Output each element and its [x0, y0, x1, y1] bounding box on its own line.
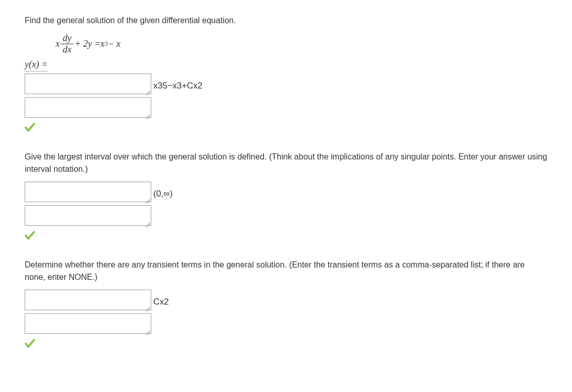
question-2-answer-group: (0,∞) [25, 182, 547, 226]
resize-handle-icon[interactable] [143, 194, 150, 201]
resize-handle-icon[interactable] [143, 86, 150, 93]
question-3-answer-value: Cx2 [153, 297, 169, 310]
question-2-answer-input-2[interactable] [25, 205, 151, 226]
resize-handle-icon[interactable] [143, 218, 150, 225]
question-2-answer-value: (0,∞) [153, 189, 173, 202]
equation-plus-2y: + 2y = [75, 39, 100, 49]
question-1-answer-value: x35−x3+Cx2 [153, 81, 202, 94]
fraction-denominator: dx [61, 44, 74, 55]
question-3-answer-group: Cx2 [25, 290, 547, 334]
resize-handle-icon[interactable] [143, 302, 150, 309]
question-1-section: Find the general solution of the given d… [25, 14, 547, 132]
differential-equation: x dy dx + 2y = x3 − x [56, 33, 547, 55]
question-1-answer-input-1[interactable] [25, 74, 151, 94]
question-3-section: Determine whether there are any transien… [25, 259, 547, 348]
question-2-prompt: Give the largest interval over which the… [25, 151, 547, 175]
equation-x-coeff: x [56, 39, 60, 49]
question-3-answer-input-1[interactable] [25, 290, 151, 310]
resize-handle-icon[interactable] [143, 110, 150, 117]
question-1-answer-group: x35−x3+Cx2 [25, 74, 547, 118]
resize-handle-icon[interactable] [143, 326, 150, 333]
question-1-answer-input-2[interactable] [25, 97, 151, 118]
question-1-prompt: Find the general solution of the given d… [25, 14, 547, 27]
fraction-numerator: dy [61, 33, 74, 44]
question-3-answer-input-2[interactable] [25, 313, 151, 334]
equation-fraction: dy dx [61, 33, 74, 55]
question-2-answer-input-1[interactable] [25, 182, 151, 202]
question-2-section: Give the largest interval over which the… [25, 151, 547, 240]
yx-label: y(x) = [25, 59, 48, 72]
equation-minus-x: − x [108, 39, 121, 49]
correct-check-icon [25, 231, 547, 240]
question-3-prompt: Determine whether there are any transien… [25, 259, 547, 283]
correct-check-icon [25, 123, 547, 132]
correct-check-icon [25, 339, 547, 348]
